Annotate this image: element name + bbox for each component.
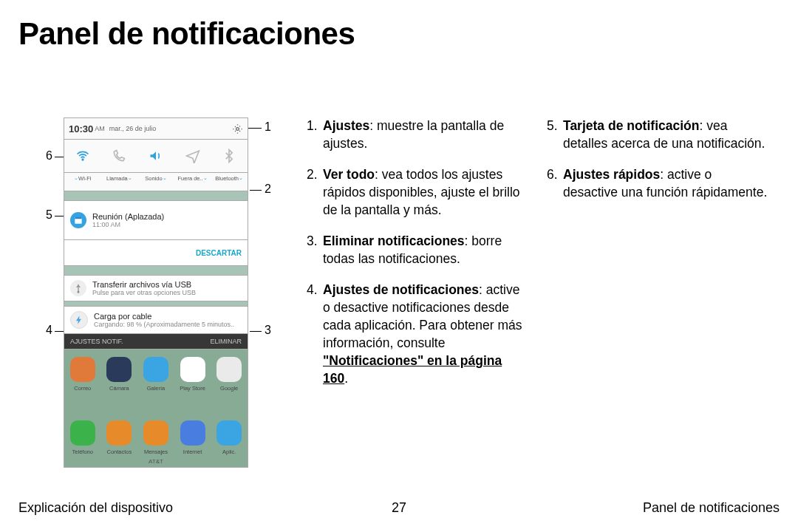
phone-icon[interactable] (101, 140, 138, 172)
app-icon[interactable]: Galería (140, 357, 172, 392)
callout-1: 1 (265, 120, 271, 134)
clock-ampm: AM (95, 125, 105, 132)
callout-3: 3 (265, 324, 271, 337)
descartar-button[interactable]: DESCARTAR (64, 240, 248, 266)
ajustes-notif-button[interactable]: AJUSTES NOTIF. (70, 338, 123, 345)
callout-2: 2 (265, 183, 271, 196)
app-icon[interactable]: Mensajes (140, 420, 172, 455)
app-icon[interactable]: Cámara (103, 357, 135, 392)
carrier-label: AT&T (64, 458, 248, 465)
footer-topic: Panel de notificaciones (643, 500, 780, 516)
legend-item: Ajustes rápidos: active o desactive una … (547, 166, 768, 201)
panel-footer: AJUSTES NOTIF. ELIMINAR (64, 334, 248, 349)
status-bar: 10:30 AM mar., 26 de julio (64, 117, 248, 140)
app-icon[interactable]: Google (213, 357, 245, 392)
notification-subtitle: Pulse para ver otras opciones USB (92, 289, 196, 296)
bolt-icon (70, 311, 88, 329)
eliminar-button[interactable]: ELIMINAR (210, 338, 242, 345)
app-icon[interactable]: Play Store (177, 357, 209, 392)
legend-item: Ver todo: vea todos los ajustes rápidos … (307, 166, 528, 219)
sound-icon[interactable] (137, 140, 174, 172)
notification-card-carga[interactable]: Carga por cable Cargando: 98 % (Aproxima… (64, 307, 248, 334)
app-icon[interactable]: Aplic. (213, 420, 245, 455)
app-label: Cámara (109, 385, 129, 392)
notification-title: Carga por cable (94, 312, 234, 321)
wifi-icon[interactable] (64, 140, 101, 172)
legend-item: Tarjeta de notificación: vea detalles ac… (547, 117, 768, 152)
app-label: Mensajes (144, 449, 168, 455)
quick-settings-labels: ⌄Wi-Fi Llamada⌄ Sonido⌄ Fuera de..⌄ Blue… (64, 173, 248, 191)
app-label: Play Store (180, 385, 205, 392)
usb-icon (70, 280, 86, 296)
app-icon[interactable]: Internet (177, 420, 209, 455)
callout-4: 4 (46, 324, 52, 337)
app-label: Correo (74, 385, 91, 392)
notification-card-usb[interactable]: Transferir archivos vía USB Pulse para v… (64, 276, 248, 301)
app-label: Galería (147, 385, 166, 392)
legend-item: Ajustes de notificaciones: active o desa… (307, 281, 528, 387)
bluetooth-icon[interactable] (211, 140, 248, 172)
notification-title: Transferir archivos vía USB (92, 280, 196, 289)
legend-list-2: Tarjeta de notificación: vea detalles ac… (547, 117, 768, 214)
legend-item: Eliminar notificaciones: borre todas las… (307, 232, 528, 267)
notification-title: Reunión (Aplazada) (92, 212, 164, 221)
svg-point-1 (82, 159, 83, 160)
callout-6: 6 (46, 149, 52, 163)
page-title: Panel de notificaciones (18, 16, 355, 52)
quick-settings-row (64, 140, 248, 173)
notification-subtitle: Cargando: 98 % (Aproximadamente 5 minuto… (94, 321, 234, 328)
legend-list-1: Ajustes: muestre la pantalla de ajustes.… (307, 117, 528, 400)
legend-item: Ajustes: muestre la pantalla de ajustes. (307, 117, 528, 152)
svg-point-4 (78, 291, 79, 293)
app-icon[interactable]: Teléfono (66, 420, 99, 455)
notification-card-reunion[interactable]: Reunión (Aplazada) 11:00 AM (64, 201, 248, 240)
app-label: Internet (183, 449, 202, 455)
clock-date: mar., 26 de julio (109, 125, 157, 132)
gear-icon[interactable] (232, 123, 243, 134)
airplane-icon[interactable] (174, 140, 211, 172)
callout-5: 5 (46, 208, 52, 222)
home-screen: CorreoCámaraGaleríaPlay StoreGoogle Telé… (64, 349, 248, 468)
app-label: Teléfono (72, 449, 93, 455)
notification-subtitle: 11:00 AM (92, 221, 164, 228)
svg-rect-3 (75, 217, 81, 219)
phone-screenshot: 10:30 AM mar., 26 de julio ⌄Wi-Fi Llamad… (64, 117, 248, 468)
clock-time: 10:30 (69, 123, 93, 134)
calendar-icon (70, 212, 86, 228)
svg-point-0 (236, 127, 239, 130)
cross-reference-link[interactable]: "Notificaciones" en la página 160 (323, 353, 502, 386)
app-label: Google (220, 385, 238, 392)
app-icon[interactable]: Correo (66, 357, 99, 392)
app-label: Aplic. (222, 449, 236, 455)
app-icon[interactable]: Contactos (103, 420, 135, 455)
app-label: Contactos (107, 449, 132, 455)
